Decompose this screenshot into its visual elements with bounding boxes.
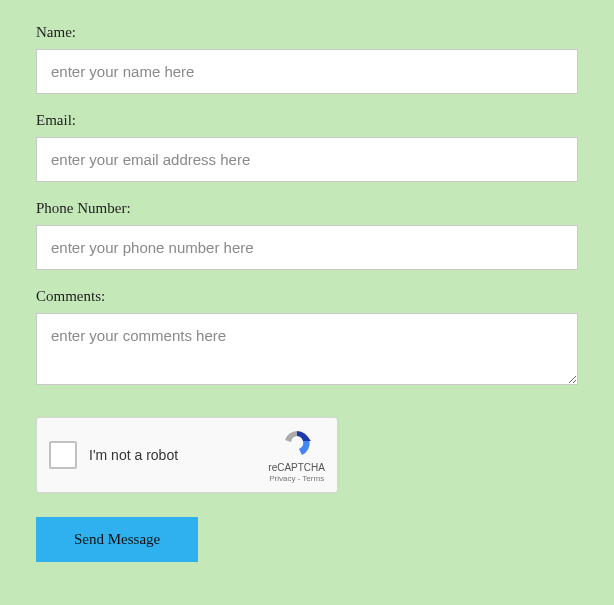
comments-input[interactable] bbox=[36, 313, 578, 385]
name-label: Name: bbox=[36, 24, 578, 41]
contact-form: Name: Email: Phone Number: Comments: I'm… bbox=[36, 24, 578, 562]
comments-label: Comments: bbox=[36, 288, 578, 305]
phone-field-group: Phone Number: bbox=[36, 200, 578, 270]
recaptcha-branding: reCAPTCHA Privacy - Terms bbox=[268, 428, 325, 483]
recaptcha-links[interactable]: Privacy - Terms bbox=[269, 474, 324, 483]
email-field-group: Email: bbox=[36, 112, 578, 182]
recaptcha-icon bbox=[281, 428, 313, 460]
name-input[interactable] bbox=[36, 49, 578, 94]
send-message-button[interactable]: Send Message bbox=[36, 517, 198, 562]
name-field-group: Name: bbox=[36, 24, 578, 94]
recaptcha-label: I'm not a robot bbox=[89, 447, 268, 463]
email-input[interactable] bbox=[36, 137, 578, 182]
recaptcha-brand-text: reCAPTCHA bbox=[268, 462, 325, 473]
recaptcha-checkbox[interactable] bbox=[49, 441, 77, 469]
recaptcha-widget: I'm not a robot reCAPTCHA Privacy - Term… bbox=[36, 417, 338, 493]
phone-input[interactable] bbox=[36, 225, 578, 270]
comments-field-group: Comments: bbox=[36, 288, 578, 389]
phone-label: Phone Number: bbox=[36, 200, 578, 217]
email-label: Email: bbox=[36, 112, 578, 129]
